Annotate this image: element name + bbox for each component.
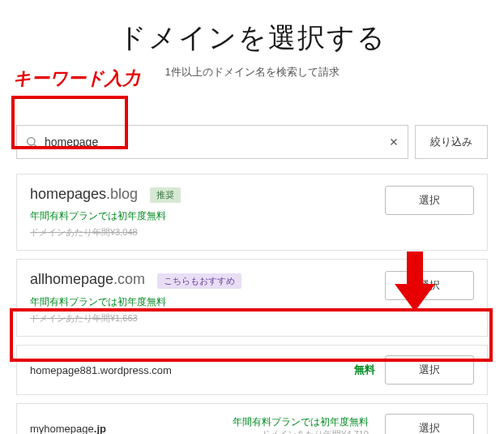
domain-tld: .jp [94, 423, 106, 434]
domain-info: homepages.blog 推奨 年間有料プランでは初年度無料 ドメインあたり… [30, 186, 385, 238]
promo-text: 年間有料プランでは初年度無料 [233, 415, 369, 429]
domain-name-full: homepage881.wordpress.com [30, 364, 172, 376]
select-button[interactable]: 選択 [385, 186, 474, 215]
badge-recommended: 推奨 [150, 187, 181, 203]
domain-info: allhomepage.com こちらもおすすめ 年間有料プランでは初年度無料 … [30, 271, 385, 324]
select-button[interactable]: 選択 [385, 414, 474, 434]
page-title: ドメインを選択する [0, 19, 504, 57]
domain-list: homepages.blog 推奨 年間有料プランでは初年度無料 ドメインあたり… [16, 174, 488, 434]
promo-text: 年間有料プランでは初年度無料 [30, 295, 385, 309]
badge-also-recommended: こちらもおすすめ [157, 273, 241, 289]
svg-line-1 [34, 144, 36, 147]
card-right: 無料 選択 [354, 355, 474, 385]
search-icon [25, 135, 38, 148]
domain-base: myhomepage [30, 423, 94, 434]
search-box[interactable] [16, 125, 408, 159]
price-stack: 年間有料プランでは初年度無料 ドメインあたり年間¥4,710 [233, 415, 369, 434]
domain-name: myhomepage.jp [30, 423, 106, 434]
card-right: 選択 [385, 271, 474, 300]
card-right: 選択 [385, 186, 474, 215]
search-row: 絞り込み [16, 125, 488, 159]
promo-text: 年間有料プランでは初年度無料 [30, 209, 385, 223]
strike-price: ドメインあたり年間¥3,048 [30, 226, 385, 238]
domain-card-1: homepages.blog 推奨 年間有料プランでは初年度無料 ドメインあたり… [16, 174, 488, 251]
select-button[interactable]: 選択 [385, 355, 474, 385]
domain-card-3: homepage881.wordpress.com 無料 選択 [16, 345, 488, 395]
strike-price: ドメインあたり年間¥1,663 [30, 312, 385, 324]
annotation-keyword-label: キーワード入力 [13, 67, 140, 91]
domain-card-2: allhomepage.com こちらもおすすめ 年間有料プランでは初年度無料 … [16, 259, 488, 336]
strike-price: ドメインあたり年間¥4,710 [233, 428, 369, 434]
clear-icon[interactable] [388, 136, 399, 148]
filter-button[interactable]: 絞り込み [415, 125, 488, 159]
domain-tld: .com [113, 271, 145, 287]
domain-info: homepage881.wordpress.com [30, 363, 354, 377]
price-free-label: 無料 [354, 363, 375, 377]
search-input[interactable] [38, 135, 388, 148]
domain-name: allhomepage.com [30, 271, 149, 287]
domain-base: allhomepage [30, 271, 113, 287]
card-right: 年間有料プランでは初年度無料 ドメインあたり年間¥4,710 選択 [233, 414, 474, 434]
svg-point-0 [28, 138, 35, 145]
domain-tld: .blog [106, 186, 138, 202]
domain-info: myhomepage.jp [30, 421, 233, 434]
domain-base: homepages [30, 186, 106, 202]
domain-card-4: myhomepage.jp 年間有料プランでは初年度無料 ドメインあたり年間¥4… [16, 403, 488, 434]
domain-name: homepages.blog [30, 186, 142, 202]
select-button[interactable]: 選択 [385, 271, 474, 300]
